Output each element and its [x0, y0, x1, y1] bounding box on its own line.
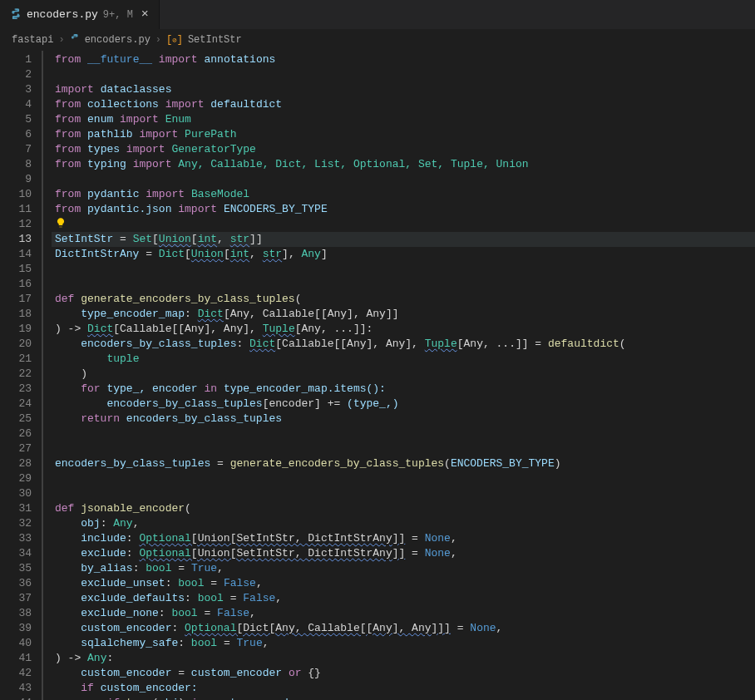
line-number: 3 [0, 82, 32, 97]
line-number: 37 [0, 591, 32, 606]
python-file-icon [10, 7, 22, 22]
code-editor[interactable]: 1234567891011121314151617181920212223242… [0, 51, 755, 700]
symbol-variable-icon: [⊘] [166, 34, 183, 46]
line-number: 33 [0, 531, 32, 546]
line-number: 1 [0, 52, 32, 67]
line-number: 9 [0, 172, 32, 187]
line-number: 12 [0, 217, 32, 232]
line-number: 26 [0, 426, 32, 441]
line-number: 18 [0, 307, 32, 322]
line-number: 4 [0, 97, 32, 112]
line-number: 5 [0, 112, 32, 127]
line-number: 42 [0, 666, 32, 681]
line-number: 7 [0, 142, 32, 157]
line-number: 22 [0, 367, 32, 382]
tab-label: encoders.py [27, 8, 98, 21]
code-area[interactable]: from __future__ import annotations impor… [52, 51, 755, 700]
line-number: 41 [0, 651, 32, 666]
python-file-icon [70, 33, 80, 47]
line-number: 24 [0, 397, 32, 412]
breadcrumb[interactable]: fastapi › encoders.py › [⊘] SetIntStr [0, 29, 755, 51]
line-number: 14 [0, 247, 32, 262]
breadcrumb-item[interactable]: fastapi [12, 34, 53, 46]
line-number: 27 [0, 441, 32, 456]
chevron-right-icon: › [58, 34, 64, 46]
line-number: 44 [0, 696, 32, 700]
close-icon[interactable]: × [141, 7, 149, 22]
line-number: 19 [0, 322, 32, 337]
line-number: 40 [0, 636, 32, 651]
line-number: 13 [0, 232, 32, 247]
line-number: 43 [0, 681, 32, 696]
line-number: 38 [0, 606, 32, 621]
line-number: 16 [0, 277, 32, 292]
line-number: 35 [0, 561, 32, 576]
breadcrumb-item[interactable]: encoders.py [85, 34, 151, 46]
line-number: 8 [0, 157, 32, 172]
line-number: 32 [0, 516, 32, 531]
line-number: 28 [0, 456, 32, 471]
active-tab[interactable]: encoders.py 9+, M × [0, 0, 160, 29]
breadcrumb-item[interactable]: SetIntStr [188, 34, 242, 46]
line-number: 15 [0, 262, 32, 277]
line-number: 39 [0, 621, 32, 636]
line-number: 6 [0, 127, 32, 142]
line-number: 10 [0, 187, 32, 202]
line-number: 34 [0, 546, 32, 561]
line-number: 29 [0, 471, 32, 486]
line-number: 30 [0, 486, 32, 501]
line-number: 36 [0, 576, 32, 591]
line-number: 21 [0, 352, 32, 367]
line-number: 11 [0, 202, 32, 217]
tab-bar: encoders.py 9+, M × [0, 0, 755, 29]
lightbulb-icon[interactable] [55, 217, 67, 229]
tab-git-status: 9+, M [103, 9, 133, 21]
line-number: 25 [0, 412, 32, 426]
line-number: 17 [0, 292, 32, 307]
line-number: 31 [0, 501, 32, 516]
line-number: 20 [0, 337, 32, 352]
fold-bar[interactable] [40, 51, 52, 700]
gutter: 1234567891011121314151617181920212223242… [0, 51, 40, 700]
chevron-right-icon: › [155, 34, 161, 46]
line-number: 23 [0, 382, 32, 397]
line-number: 2 [0, 67, 32, 82]
